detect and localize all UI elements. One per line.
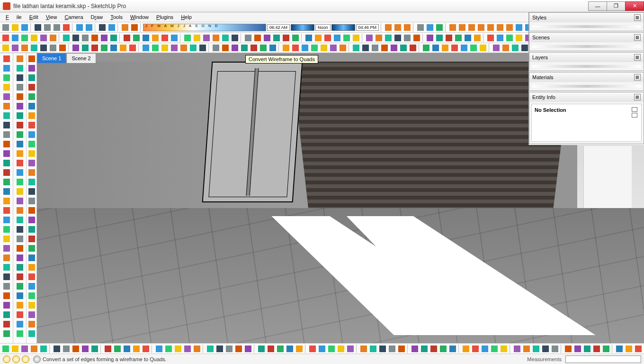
ltool1-17[interactable] bbox=[2, 216, 11, 224]
tool-r3-12[interactable] bbox=[119, 44, 127, 52]
ltool3-17[interactable] bbox=[27, 216, 36, 224]
tool-b-8[interactable] bbox=[81, 345, 89, 353]
tool-b-45[interactable] bbox=[462, 345, 470, 353]
ltool2-26[interactable] bbox=[16, 301, 24, 309]
print-icon[interactable] bbox=[98, 23, 107, 32]
ltool2-10[interactable] bbox=[16, 149, 24, 158]
tool-g1[interactable] bbox=[448, 23, 457, 32]
tool-r2-29[interactable] bbox=[291, 34, 300, 42]
tool-b-42[interactable] bbox=[429, 345, 438, 353]
tool-r3-11[interactable] bbox=[109, 44, 118, 52]
tool-r2-45[interactable] bbox=[454, 34, 463, 42]
ltool2-21[interactable] bbox=[16, 254, 24, 262]
tool-b-27[interactable] bbox=[276, 345, 285, 353]
maximize-button[interactable]: ❐ bbox=[607, 1, 626, 11]
tool-r2-4[interactable] bbox=[39, 34, 48, 42]
tool-b-59[interactable] bbox=[602, 345, 610, 353]
tool-b-57[interactable] bbox=[583, 345, 591, 353]
entity-toggle-2[interactable] bbox=[632, 113, 637, 118]
tool-b-31[interactable] bbox=[318, 345, 326, 353]
warehouse-icon[interactable] bbox=[121, 23, 129, 32]
tool-r2-24[interactable] bbox=[244, 34, 252, 42]
ltool2-9[interactable] bbox=[16, 140, 24, 148]
tool-r2-5[interactable] bbox=[49, 34, 57, 42]
ltool1-8[interactable] bbox=[2, 130, 11, 139]
house-icon[interactable] bbox=[416, 23, 425, 32]
ltool2-23[interactable] bbox=[16, 273, 24, 281]
ltool1-16[interactable] bbox=[2, 206, 11, 215]
tool-b-58[interactable] bbox=[592, 345, 601, 353]
ltool2-11[interactable] bbox=[16, 159, 24, 167]
tool-r2-14[interactable] bbox=[142, 34, 150, 42]
new-file-icon[interactable] bbox=[1, 23, 10, 32]
tool-r2-49[interactable] bbox=[496, 34, 504, 42]
scene-tab-2[interactable]: Scene 2 bbox=[66, 53, 96, 64]
ltool2-13[interactable] bbox=[16, 178, 24, 186]
minimize-button[interactable]: — bbox=[588, 1, 607, 11]
tool-b-30[interactable] bbox=[308, 345, 317, 353]
tool-b-23[interactable] bbox=[234, 345, 243, 353]
ltool1-0[interactable] bbox=[2, 55, 11, 63]
tool-g8[interactable] bbox=[515, 23, 523, 32]
ltool2-8[interactable] bbox=[16, 130, 24, 139]
tool-b-21[interactable] bbox=[215, 345, 224, 353]
menu-plugins[interactable]: Plugins bbox=[152, 13, 177, 21]
save-icon[interactable] bbox=[20, 23, 29, 32]
ltool1-18[interactable] bbox=[2, 225, 11, 234]
ltool1-11[interactable] bbox=[2, 159, 11, 167]
ltool2-3[interactable] bbox=[16, 83, 24, 91]
tool-b-17[interactable] bbox=[174, 345, 182, 353]
ltool3-0[interactable] bbox=[27, 55, 36, 63]
ltool2-18[interactable] bbox=[16, 225, 24, 234]
menu-window[interactable]: Window bbox=[126, 13, 152, 21]
tool-r2-20[interactable] bbox=[202, 34, 211, 42]
tray-close-icon[interactable]: ⊠ bbox=[634, 34, 641, 41]
ltool3-13[interactable] bbox=[27, 178, 36, 186]
ltool3-24[interactable] bbox=[27, 282, 36, 291]
tool-r3-29[interactable] bbox=[291, 44, 300, 52]
ltool3-22[interactable] bbox=[27, 263, 36, 272]
tool-r2-10[interactable] bbox=[100, 34, 108, 42]
menu-view[interactable]: View bbox=[42, 13, 61, 21]
tool-r3-51[interactable] bbox=[511, 44, 519, 52]
tool-g3[interactable] bbox=[467, 23, 476, 32]
menu-draw[interactable]: Draw bbox=[87, 13, 107, 21]
ltool3-14[interactable] bbox=[27, 187, 36, 196]
tool-r2-13[interactable] bbox=[132, 34, 141, 42]
tool-b-13[interactable] bbox=[132, 345, 141, 353]
tool-r2-1[interactable] bbox=[11, 34, 19, 42]
tool-b-51[interactable] bbox=[522, 345, 531, 353]
tool-b-43[interactable] bbox=[439, 345, 447, 353]
tool-r3-20[interactable] bbox=[198, 44, 207, 52]
tool-b-14[interactable] bbox=[142, 345, 150, 353]
tool-b-11[interactable] bbox=[113, 345, 122, 353]
tool-b-60[interactable] bbox=[615, 345, 624, 353]
ltool1-22[interactable] bbox=[2, 263, 11, 272]
ltool1-10[interactable] bbox=[2, 149, 11, 158]
tool-r3-7[interactable] bbox=[72, 44, 80, 52]
ltool2-12[interactable] bbox=[16, 168, 24, 177]
tool-r3-16[interactable] bbox=[161, 44, 169, 52]
tool-r3-32[interactable] bbox=[320, 44, 328, 52]
tool-r2-9[interactable] bbox=[90, 34, 99, 42]
ltool1-13[interactable] bbox=[2, 178, 11, 186]
ltool3-9[interactable] bbox=[27, 140, 36, 148]
menu-help[interactable]: Help bbox=[177, 13, 196, 21]
paste-icon[interactable] bbox=[53, 23, 61, 32]
ltool1-20[interactable] bbox=[2, 244, 11, 253]
ltool2-15[interactable] bbox=[16, 197, 24, 205]
tool-r2-40[interactable] bbox=[403, 34, 411, 42]
tool-r2-3[interactable] bbox=[30, 34, 38, 42]
tool-b-32[interactable] bbox=[327, 345, 336, 353]
ltool2-6[interactable] bbox=[16, 111, 24, 120]
tool-r3-43[interactable] bbox=[431, 44, 440, 52]
ltool1-21[interactable] bbox=[2, 254, 11, 262]
tool-r3-4[interactable] bbox=[39, 44, 48, 52]
ltool3-10[interactable] bbox=[27, 149, 36, 158]
tool-b-55[interactable] bbox=[564, 345, 572, 353]
ltool1-24[interactable] bbox=[2, 282, 11, 291]
tool-b-61[interactable] bbox=[625, 345, 633, 353]
shadow-time-slider[interactable]: J F M A M J J A S O N D bbox=[143, 24, 266, 31]
tool-r2-16[interactable] bbox=[161, 34, 169, 42]
tool-r3-24[interactable] bbox=[240, 44, 249, 52]
